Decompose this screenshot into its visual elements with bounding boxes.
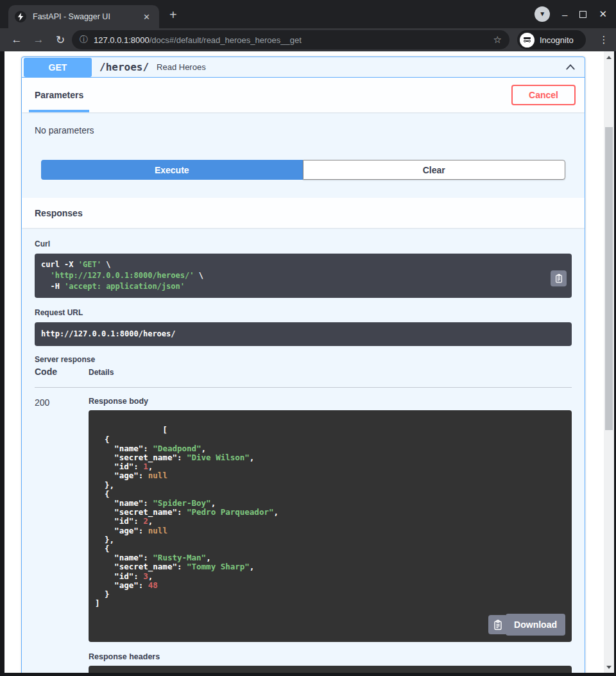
browser-menu-button[interactable]: ⋮ — [595, 30, 612, 49]
response-row-200: 200 Response body [ { "name": "Deadpond"… — [35, 388, 572, 673]
request-url-label: Request URL — [35, 308, 572, 317]
responses-body: Curl curl -X 'GET' \ 'http://127.0.0.1:8… — [22, 228, 585, 673]
reload-button[interactable]: ↻ — [51, 28, 69, 51]
response-body-block: [ { "name": "Deadpond", "secret_name": "… — [89, 410, 572, 642]
parameters-title: Parameters — [35, 90, 83, 100]
response-body-code: [ { "name": "Deadpond", "secret_name": "… — [95, 425, 278, 608]
vertical-scrollbar[interactable] — [604, 51, 614, 673]
status-code: 200 — [35, 397, 89, 673]
details-column-header: Details — [89, 367, 114, 377]
scroll-down-arrow[interactable] — [604, 663, 614, 672]
back-button[interactable]: ← — [8, 28, 26, 51]
curl-command: curl -X 'GET' \ 'http://127.0.0.1:8000/h… — [35, 254, 572, 298]
browser-window: FastAPI - Swagger UI ✕ + ▼ – ✕ ← → ↻ ⓘ 1… — [0, 0, 616, 676]
browser-titlebar: FastAPI - Swagger UI ✕ + ▼ – ✕ — [0, 0, 616, 28]
site-info-icon[interactable]: ⓘ — [80, 34, 88, 46]
new-tab-button[interactable]: + — [169, 8, 177, 21]
curl-label: Curl — [35, 239, 572, 248]
response-headers-label: Response headers — [89, 652, 572, 661]
swagger-page: GET /heroes/ Read Heroes Parameters Canc… — [4, 51, 604, 673]
address-bar[interactable]: ⓘ 127.0.0.1:8000/docs#/default/read_hero… — [72, 30, 509, 49]
endpoint-path: /heroes/ — [99, 61, 149, 73]
browser-tab[interactable]: FastAPI - Swagger UI ✕ — [8, 5, 159, 28]
code-column-header: Code — [35, 367, 89, 377]
collapse-chevron-icon[interactable] — [563, 61, 578, 73]
endpoint-summary: Read Heroes — [157, 62, 206, 72]
download-button[interactable]: Download — [506, 614, 565, 636]
response-table-header: Code Details — [35, 367, 572, 377]
url-host: 127.0.0.1:8000 — [94, 35, 150, 45]
response-headers-block: content-length: 205 content-type: applic… — [89, 666, 572, 673]
bookmark-star-icon[interactable]: ☆ — [493, 34, 502, 46]
execute-row: Execute Clear — [22, 160, 585, 198]
execute-button[interactable]: Execute — [41, 160, 303, 180]
scroll-up-arrow[interactable] — [604, 53, 614, 62]
url-path: /docs#/default/read_heroes_heroes__get — [150, 35, 302, 45]
request-url-value: http://127.0.0.1:8000/heroes/ — [35, 322, 572, 346]
parameters-header: Parameters Cancel — [22, 78, 585, 112]
responses-header: Responses — [22, 198, 585, 228]
tab-title: FastAPI - Swagger UI — [33, 12, 141, 21]
response-body-label: Response body — [89, 397, 572, 406]
method-badge: GET — [24, 58, 92, 77]
cancel-button[interactable]: Cancel — [511, 85, 576, 105]
responses-title: Responses — [35, 208, 83, 218]
server-response-label: Server response — [35, 355, 572, 364]
maximize-button[interactable] — [579, 11, 586, 18]
fastapi-favicon-icon — [15, 11, 26, 22]
minimize-button[interactable]: – — [562, 9, 567, 20]
copy-response-button[interactable] — [488, 615, 508, 634]
incognito-badge: Incognito — [517, 30, 586, 49]
copy-curl-button[interactable] — [551, 270, 567, 286]
close-window-button[interactable]: ✕ — [599, 8, 607, 20]
tab-close-icon[interactable]: ✕ — [141, 12, 153, 22]
tab-search-button[interactable]: ▼ — [535, 6, 550, 22]
clear-button[interactable]: Clear — [303, 160, 566, 180]
forward-button[interactable]: → — [30, 28, 47, 51]
incognito-icon — [520, 33, 535, 48]
no-parameters-text: No parameters — [22, 112, 585, 160]
browser-toolbar: ← → ↻ ⓘ 127.0.0.1:8000/docs#/default/rea… — [0, 28, 616, 51]
window-controls: ▼ – ✕ — [535, 0, 616, 28]
opblock-get-heroes: GET /heroes/ Read Heroes Parameters Canc… — [21, 56, 585, 673]
incognito-label: Incognito — [540, 35, 574, 45]
parameters-tab-underline — [29, 110, 89, 112]
chevron-down-icon: ▼ — [539, 11, 545, 17]
scrollbar-thumb[interactable] — [605, 127, 613, 430]
opblock-summary[interactable]: GET /heroes/ Read Heroes — [22, 57, 585, 78]
